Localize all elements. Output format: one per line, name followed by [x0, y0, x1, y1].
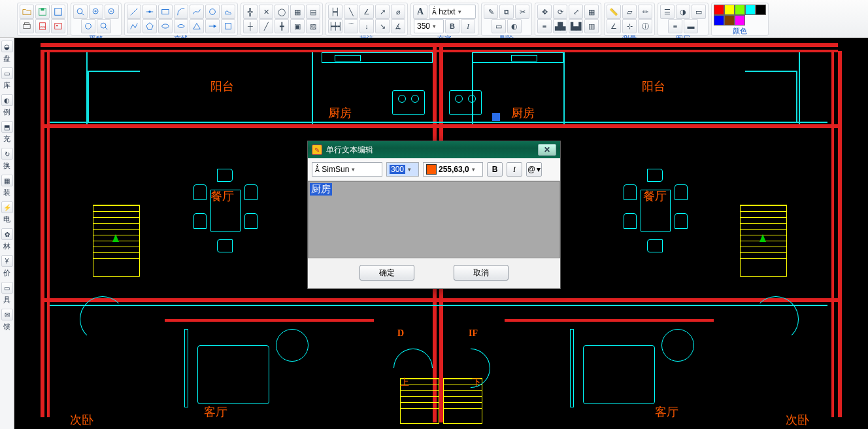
bold-button[interactable]: B [445, 19, 459, 33]
sidebar-item-2[interactable]: ◐例 [1, 94, 14, 117]
dim-cross-icon[interactable]: ╬ [243, 5, 258, 19]
close-button[interactable]: ✕ [538, 144, 556, 156]
rotate-icon[interactable]: ⟳ [553, 5, 567, 19]
dialog-italic-button[interactable]: I [507, 162, 522, 177]
hatch2-icon[interactable]: ▨ [306, 19, 320, 33]
copy-icon[interactable]: ⧉ [499, 5, 514, 19]
array-icon[interactable]: ▦ [584, 5, 599, 19]
lineweight-icon[interactable]: ▬ [684, 19, 698, 33]
font-style-dropdown[interactable]: A̐ hztxt▾ [429, 5, 476, 19]
dialog-symbol-button[interactable]: @▾ [526, 162, 542, 177]
spline-icon[interactable] [190, 5, 204, 19]
arrow-icon[interactable] [205, 19, 220, 33]
rect-icon[interactable] [158, 5, 173, 19]
ok-button[interactable]: 确定 [359, 265, 414, 281]
dim-diameter-icon[interactable]: ⌀ [391, 5, 405, 19]
fill-icon[interactable]: ▤ [306, 5, 320, 19]
circle-icon[interactable] [205, 5, 220, 19]
zoom-extents-icon[interactable] [81, 19, 95, 33]
dim1-icon[interactable]: ┼ [243, 19, 258, 33]
swatch-yellow[interactable] [724, 5, 735, 15]
sidebar-item-9[interactable]: ▭具 [1, 282, 14, 305]
layers-icon[interactable]: ☰ [660, 5, 675, 19]
erase-icon[interactable]: ✎ [484, 5, 498, 19]
matchprop-icon[interactable]: ◐ [507, 19, 522, 33]
dim-linear-icon[interactable]: ┝┥ [328, 5, 342, 19]
ellipse-icon[interactable] [158, 19, 173, 33]
point-icon[interactable] [142, 5, 157, 19]
hatch-icon[interactable]: ▦ [290, 5, 305, 19]
dim-circ-icon[interactable]: ◯ [275, 5, 289, 19]
align-icon[interactable]: ▥ [584, 19, 599, 33]
angle-meas-icon[interactable]: ∠ [607, 19, 621, 33]
dialog-bold-button[interactable]: B [487, 162, 503, 177]
zoom-out-icon[interactable] [105, 5, 119, 19]
layer-color-icon[interactable]: ◑ [676, 5, 690, 19]
sidebar-item-3[interactable]: ⬒充 [1, 121, 14, 144]
area-icon[interactable]: ▱ [622, 5, 637, 19]
zoom-window-icon[interactable] [73, 5, 88, 19]
cloud-icon[interactable] [221, 5, 235, 19]
image-insert-icon[interactable]: ▣ [290, 19, 305, 33]
print-icon[interactable] [20, 19, 34, 33]
text-height-dropdown[interactable]: 350▾ [414, 19, 444, 33]
dim-continue-icon[interactable]: ┝┿┥ [328, 19, 342, 33]
swatch-magenta[interactable] [735, 15, 745, 26]
offset-icon[interactable]: ≡ [537, 19, 552, 33]
dwg-icon[interactable] [51, 5, 65, 19]
dist-icon[interactable]: 📏 [607, 5, 621, 19]
polyline-icon[interactable] [127, 19, 141, 33]
polygon-icon[interactable] [142, 19, 157, 33]
image-export-icon[interactable] [51, 19, 65, 33]
italic-button[interactable]: I [461, 19, 475, 33]
dialog-titlebar[interactable]: ✎ 单行文本编辑 ✕ [308, 141, 560, 158]
dim-angular-icon[interactable]: ∠ [359, 5, 374, 19]
mirror2-icon[interactable]: ▙▟ [569, 19, 583, 33]
arc-icon[interactable] [174, 5, 188, 19]
text-A-icon[interactable]: A [413, 5, 427, 19]
id-icon[interactable]: ⓘ [638, 19, 652, 33]
sidebar-item-5[interactable]: ▦装 [1, 175, 14, 197]
paste-icon[interactable]: ▭ [492, 19, 506, 33]
dim-aligned-icon[interactable]: ╲ [344, 5, 358, 19]
swatch-lime[interactable] [735, 5, 745, 15]
dim-ang2-icon[interactable]: ∡ [391, 19, 405, 33]
sidebar-item-10[interactable]: ✉馈 [1, 309, 14, 332]
swatch-blue[interactable] [714, 15, 724, 26]
color-dropdown[interactable]: 255,63,0▾ [423, 162, 483, 177]
sidebar-item-4[interactable]: ↻换 [1, 148, 14, 171]
label-kitchen-2[interactable]: 厨房 [511, 105, 535, 121]
move-icon[interactable]: ✥ [537, 5, 552, 19]
dialog-textarea[interactable]: 厨房 [308, 181, 560, 258]
font-dropdown[interactable]: A̐ SimSun▾ [312, 162, 382, 177]
ruler-icon[interactable]: ✏ [638, 5, 652, 19]
pdf-icon[interactable]: PDF [35, 19, 50, 33]
sidebar-item-0[interactable]: ◒盘 [1, 41, 14, 63]
line-icon[interactable] [127, 5, 141, 19]
layer-open-icon[interactable]: ▭ [692, 5, 706, 19]
dialog-text-content[interactable]: 厨房 [310, 183, 332, 196]
dim-ord-icon[interactable]: ↓ [359, 19, 374, 33]
sidebar-item-6[interactable]: ⚡电 [1, 201, 14, 224]
sidebar-item-1[interactable]: ▭库 [1, 67, 14, 90]
scale-icon[interactable]: ⤢ [569, 5, 583, 19]
dim-arc-icon[interactable]: ⌒ [344, 19, 358, 33]
swatch-cyan[interactable] [745, 5, 756, 15]
color-palette[interactable] [714, 5, 766, 26]
selection-grip[interactable] [492, 113, 500, 121]
coord-icon[interactable]: ⊹ [622, 19, 637, 33]
cut-icon[interactable]: ✂ [515, 5, 529, 19]
linetype-icon[interactable]: ≡ [668, 19, 682, 33]
open-icon[interactable] [20, 5, 34, 19]
dim2-icon[interactable]: ╱ [259, 19, 273, 33]
dim-radius-icon[interactable]: ↗ [375, 5, 390, 19]
mirror-icon[interactable]: ▟▙ [553, 19, 567, 33]
spline2-icon[interactable] [174, 19, 188, 33]
sidebar-item-8[interactable]: ¥价 [1, 255, 14, 278]
dim-leader-icon[interactable]: ↘ [375, 19, 390, 33]
zoom-realtime-icon[interactable] [97, 19, 111, 33]
dim-intersect-icon[interactable]: ✕ [259, 5, 273, 19]
swatch-red[interactable] [714, 5, 724, 15]
dim3-icon[interactable]: ╋ [275, 19, 289, 33]
block-icon[interactable] [221, 19, 235, 33]
